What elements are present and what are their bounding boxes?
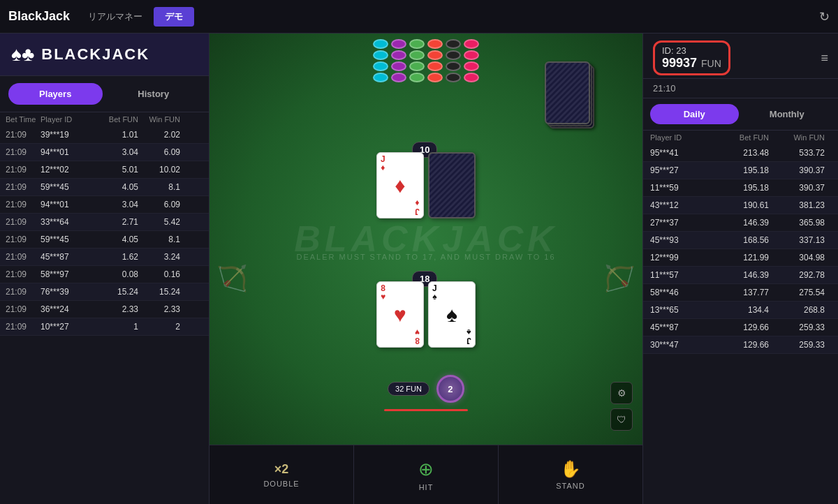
table-row: 21:09 94***01 3.04 6.09 [0,196,209,214]
left-table-header: Bet Time Player ID Bet FUN Win FUN [0,112,209,126]
r-col-bet-fun: Bet FUN [713,133,769,142]
table-row: 11***59 195.18 390.37 [643,179,838,197]
right-tabs: Daily Monthly [643,98,838,131]
player-id: 94***01 [41,200,96,209]
chip-red-3 [427,61,443,71]
bj-text: BlackJack [294,218,558,260]
r-player-id: 12***99 [650,253,713,262]
id-box: ID: 23 99937 FUN [653,40,730,75]
r-player-id: 11***57 [650,270,713,280]
bet-fun: 3.04 [96,147,138,157]
bet-fun: 2.71 [96,217,138,227]
win-fun: 8.1 [138,235,180,244]
game-table-container: BlackJack DEALER MUST STAND TO 17, AND M… [210,34,642,445]
table-row: 95***27 195.18 390.37 [643,162,838,179]
chip-col-5 [446,39,461,82]
left-table-body: 21:09 39***19 1.01 2.02 21:09 94***01 3.… [0,126,209,504]
table-row: 12***99 121.99 304.98 [643,249,838,267]
tab-players[interactable]: Players [8,83,103,105]
table-row: 95***41 213.48 533.72 [643,144,838,162]
r-win-fun: 390.37 [769,183,825,193]
chip-col-2 [391,39,406,82]
bet-time: 21:09 [6,269,41,279]
player-id: 36***24 [41,304,96,314]
hit-label: HIT [419,483,434,491]
chip-black [446,39,461,49]
bet-area: 32 FUN 2 [388,375,464,403]
tab-demo[interactable]: デモ [154,7,194,27]
table-row: 21:09 76***39 15.24 15.24 [0,283,209,301]
tab-history[interactable]: History [107,83,201,105]
chip-col-4 [427,39,443,82]
player-card1-corner-br: 8♥ [415,328,420,345]
chip-red-2 [427,50,443,60]
r-bet-fun: 137.77 [713,288,769,297]
player-id: 33***64 [41,217,96,227]
player-id: 45***87 [41,252,96,262]
cherub-right-icon: 🏹 [604,264,635,293]
table-row: 45***93 168.56 337.13 [643,232,838,249]
menu-button[interactable]: ≡ [821,51,828,66]
card-back-3 [545,61,590,124]
bet-time: 21:09 [6,182,41,192]
settings-icon[interactable]: ⚙ [610,382,633,404]
tab-daily[interactable]: Daily [650,104,739,124]
win-fun: 5.42 [138,217,180,227]
chip-black-3 [446,61,461,71]
tab-real-money[interactable]: リアルマネー [81,8,149,26]
refresh-button[interactable]: ↻ [819,9,830,24]
stand-button[interactable]: ✋ STAND [499,445,642,504]
right-panel: ID: 23 99937 FUN ≡ 21:10 Daily Monthly P… [642,34,838,504]
bet-time: 21:09 [6,200,41,209]
win-fun: 15.24 [138,287,180,297]
win-fun: 0.16 [138,269,180,279]
spade-icon: ♠♣ [11,43,34,66]
r-bet-fun: 213.48 [713,148,769,158]
table-row: 21:09 58***97 0.08 0.16 [0,266,209,283]
win-fun: 8.1 [138,182,180,192]
r-player-id: 30***47 [650,340,713,350]
bet-chip[interactable]: 2 [436,375,464,403]
bet-fun: 15.24 [96,287,138,297]
player-card1-center: ♥ [394,303,406,327]
chip-black-2 [446,50,461,60]
chip-teal-4 [373,73,388,82]
col-win-fun: Win FUN [138,115,180,124]
player-id: 10***27 [41,322,96,332]
double-button[interactable]: ×2 DOUBLE [210,445,354,504]
table-row: 21:09 12***02 5.01 10.02 [0,161,209,179]
r-player-id: 45***93 [650,235,713,245]
chip-green [409,39,425,49]
tab-monthly[interactable]: Monthly [743,104,832,124]
double-icon: ×2 [274,462,289,477]
chip-pink-3 [464,61,479,71]
bet-fun: 4.05 [96,182,138,192]
r-player-id: 95***41 [650,148,713,158]
dealer-card1-corner-br: J♦ [415,199,420,216]
top-nav: BlackJack リアルマネー デモ ↻ [0,0,838,34]
player-card2-corner-br: J♠ [466,328,471,345]
right-id-row: ID: 23 99937 FUN ≡ [653,40,828,75]
right-fun-display: 99937 FUN [662,56,721,71]
player-card2-corner-tl: J♠ [432,284,437,301]
r-player-id: 27***37 [650,218,713,228]
right-table-body: 95***41 213.48 533.72 95***27 195.18 390… [643,144,838,504]
right-table-header: Player ID Bet FUN Win FUN [643,131,838,144]
r-player-id: 45***87 [650,323,713,332]
r-bet-fun: 146.39 [713,218,769,228]
table-row: 21:09 59***45 4.05 8.1 [0,231,209,249]
player-id: 94***01 [41,147,96,157]
player-id: 39***19 [41,130,96,140]
hit-button[interactable]: ⊕ HIT [354,445,499,504]
table-row: 11***57 146.39 292.78 [643,267,838,284]
main-area: ♠♣ BlackJack Players History Bet Time Pl… [0,34,838,504]
win-fun: 2.33 [138,304,180,314]
shield-icon[interactable]: 🛡 [610,408,633,431]
chip-green-3 [409,61,425,71]
win-fun: 6.09 [138,147,180,157]
table-row: 21:09 94***01 3.04 6.09 [0,144,209,161]
player-id: 76***39 [41,287,96,297]
r-win-fun: 292.78 [769,270,825,280]
right-time: 21:10 [643,79,838,98]
table-row: 21:09 45***87 1.62 3.24 [0,249,209,266]
